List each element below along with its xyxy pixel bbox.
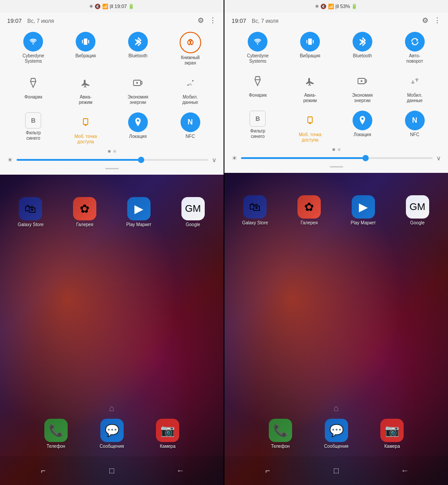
signal-bars-icon: |ll: [110, 4, 113, 9]
location-icon-left: [128, 112, 148, 132]
camera-label-left: Камера: [160, 444, 176, 449]
nav-recent-right[interactable]: ⌐: [259, 462, 277, 480]
gallery-icon-left: ✿: [73, 197, 96, 220]
nav-back-left[interactable]: ←: [172, 462, 190, 480]
nav-bar-right: ⌐ □ ←: [224, 456, 448, 485]
nav-home-left[interactable]: □: [103, 462, 121, 480]
more-icon-left[interactable]: ⋮: [209, 16, 216, 25]
toggle-wifi-right[interactable]: CyberdyneSystems: [232, 29, 284, 67]
toggle-battery-save-right[interactable]: Экономияэнергии: [336, 69, 389, 106]
toggle-blue-filter-left[interactable]: B Фильтрсинего: [7, 110, 60, 147]
toggle-grid-row3-left: B Фильтрсинего Моб. точкадоступа: [5, 110, 218, 147]
home-screen-right: 🛍 Galaxy Store ✿ Галерея ▶ Play Маркет: [224, 173, 448, 485]
toggle-nfc-right[interactable]: N NFC: [388, 108, 441, 146]
toggle-location-left[interactable]: Локация: [112, 110, 164, 147]
home-folder-left: ⌂: [109, 403, 114, 413]
phone-label-left: Телефон: [47, 444, 65, 449]
brightness-slider-right[interactable]: [241, 157, 433, 159]
app-gallery-left[interactable]: ✿ Галерея: [67, 197, 103, 227]
app-phone-right[interactable]: 📞 Телефон: [263, 419, 298, 449]
toggle-reader-left[interactable]: Книжныйэкран: [164, 29, 216, 69]
play-label-right: Play Маркет: [351, 220, 376, 226]
signal-icon: 📶: [102, 4, 108, 9]
nav-back-right[interactable]: ←: [396, 462, 414, 480]
qs-time-date-left: 19:07 Вс, 7 июля: [7, 17, 54, 25]
mute-icon-right: 🔇: [320, 4, 327, 9]
google-label-right: Google: [410, 220, 425, 226]
toggle-wifi-left[interactable]: CyberdyneSystems: [7, 29, 60, 69]
svg-point-0: [33, 43, 34, 45]
app-galaxy-store-left[interactable]: 🛍 Galaxy Store: [13, 197, 48, 227]
bluetooth-status-icon: ✳: [89, 4, 93, 9]
nav-home-right[interactable]: □: [327, 462, 345, 480]
brightness-row-right: ☀ ∨: [230, 153, 443, 165]
toggle-hotspot-left[interactable]: Моб. точкадоступа: [60, 110, 112, 147]
toggle-airplane-left[interactable]: Авиа-режим: [60, 70, 112, 108]
toggle-blue-filter-right[interactable]: B Фильтрсинего: [232, 108, 284, 146]
airplane-icon-left: [76, 73, 95, 93]
toggle-autorotate-right[interactable]: Авто-поворот: [388, 29, 441, 67]
dot-1-left: [108, 150, 111, 153]
app-play-left[interactable]: ▶ Play Маркет: [121, 197, 157, 227]
wifi-icon-right: [248, 32, 267, 52]
flashlight-label-right: Фонарик: [249, 93, 267, 98]
toggle-battery-save-left[interactable]: Экономияэнергии: [112, 70, 164, 108]
svg-rect-9: [141, 82, 142, 84]
svg-rect-1: [84, 39, 87, 45]
app-google-left[interactable]: GM Google: [175, 197, 211, 227]
drag-handle-right: [230, 165, 443, 169]
more-icon-right[interactable]: ⋮: [434, 16, 441, 25]
svg-point-15: [257, 43, 258, 45]
brightness-thumb-right[interactable]: [362, 155, 369, 161]
qs-date-left: Вс, 7 июля: [27, 18, 54, 24]
gallery-label-left: Галерея: [76, 222, 93, 227]
mobile-data-label-left: Мобил.данные: [182, 94, 198, 105]
toggle-airplane-right[interactable]: Авиа-режим: [284, 69, 336, 106]
toggle-location-right[interactable]: Локация: [336, 108, 389, 146]
toggle-flashlight-left[interactable]: Фонарик: [7, 70, 60, 108]
toggle-flashlight-right[interactable]: Фонарик: [232, 69, 284, 106]
brightness-thumb-left[interactable]: [138, 157, 144, 163]
phone-panel-left: ✳ 🔇 📶 |ll 19:07 🔋 19:07 Вс, 7 июля ⚙ ⋮: [0, 0, 224, 485]
toggle-vibration-left[interactable]: Вибрация: [60, 29, 112, 69]
app-row2-left: 📞 Телефон 💬 Сообщения 📷 Камера: [0, 419, 224, 449]
app-google-right[interactable]: GM Google: [400, 195, 435, 226]
toggle-mobile-data-left[interactable]: Мобил.данные: [164, 70, 216, 108]
settings-icon-left[interactable]: ⚙: [198, 16, 204, 25]
status-icons-right: ✳ 🔇 📶 |ll 53% 🔋: [315, 4, 358, 9]
autorotate-label-right: Авто-поворот: [406, 53, 423, 64]
app-messages-right[interactable]: 💬 Сообщения: [319, 419, 354, 449]
svg-rect-17: [306, 40, 307, 43]
qs-date-right: Вс, 7 июля: [252, 18, 279, 24]
app-row1-left: 🛍 Galaxy Store ✿ Галерея ▶ Play Маркет: [0, 193, 224, 227]
quick-settings-right: 19:07 Вс, 7 июля ⚙ ⋮: [224, 13, 448, 173]
battery-save-icon-left: [128, 73, 148, 93]
app-camera-left[interactable]: 📷 Камера: [150, 419, 185, 449]
bluetooth-icon-left: [128, 32, 148, 52]
brightness-slider-left[interactable]: [17, 159, 208, 161]
gallery-label-right: Галерея: [301, 220, 318, 226]
toggle-mobile-data-right[interactable]: Мобил.данные: [388, 69, 441, 106]
toggle-bluetooth-left[interactable]: Bluetooth: [112, 29, 164, 69]
airplane-label-left: Авиа-режим: [79, 94, 92, 105]
hotspot-icon-right: [300, 111, 320, 130]
app-camera-right[interactable]: 📷 Камера: [374, 419, 410, 449]
toggle-bluetooth-right[interactable]: Bluetooth: [336, 29, 389, 67]
battery-icon: 🔋: [128, 4, 134, 9]
app-messages-left[interactable]: 💬 Сообщения: [94, 419, 130, 449]
toggle-nfc-left[interactable]: N NFC: [164, 110, 216, 147]
app-phone-left[interactable]: 📞 Телефон: [38, 419, 74, 449]
phone-icon-right: 📞: [269, 419, 292, 442]
toggle-vibration-right[interactable]: Вибрация: [284, 29, 336, 67]
blue-filter-label-right: Фильтрсинего: [250, 129, 266, 139]
chevron-down-left[interactable]: ∨: [212, 156, 216, 163]
app-gallery-right[interactable]: ✿ Галерея: [291, 195, 327, 226]
nfc-icon-left: N: [181, 112, 200, 132]
nav-recent-left[interactable]: ⌐: [34, 462, 52, 480]
app-play-right[interactable]: ▶ Play Маркет: [345, 195, 381, 226]
app-galaxy-store-right[interactable]: 🛍 Galaxy Store: [237, 195, 273, 226]
chevron-down-right[interactable]: ∨: [436, 155, 441, 162]
blue-filter-icon-left: B: [25, 112, 41, 129]
toggle-hotspot-right[interactable]: Моб. точкадоступа: [284, 108, 336, 146]
settings-icon-right[interactable]: ⚙: [422, 16, 428, 25]
